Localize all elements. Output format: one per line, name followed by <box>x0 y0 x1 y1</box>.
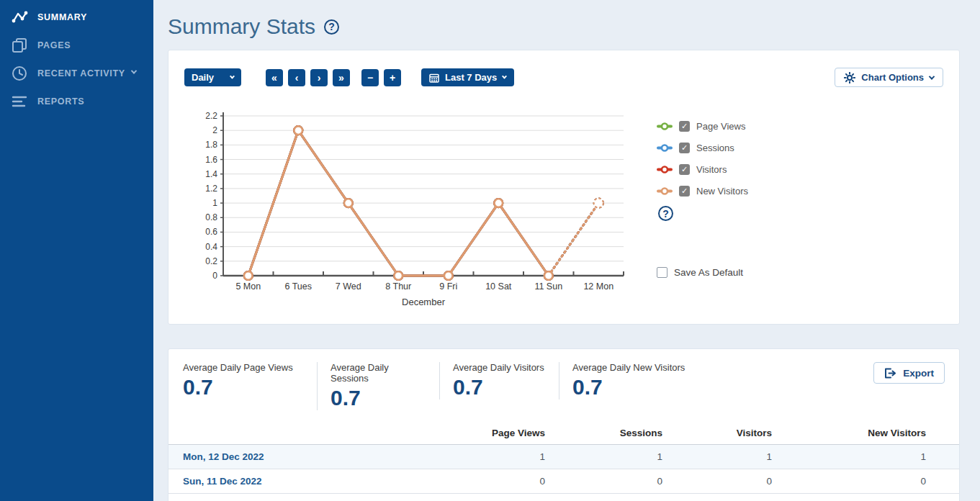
svg-text:2: 2 <box>212 125 217 135</box>
summary-line-chart: 00.20.40.60.811.21.41.61.822.25 Mon6 Tue… <box>184 104 639 315</box>
pulse-chart-icon <box>11 9 28 26</box>
stat-card-sessions: Average Daily Sessions 0.7 <box>317 362 439 410</box>
svg-text:0.8: 0.8 <box>205 212 217 222</box>
table-header-cell: New Visitors <box>772 428 926 438</box>
svg-text:1.8: 1.8 <box>205 140 217 150</box>
series-marker-icon <box>657 122 673 130</box>
stat-value: 0.7 <box>572 375 685 400</box>
clock-icon <box>11 65 28 82</box>
zoom-out-button[interactable]: − <box>361 69 379 86</box>
granularity-select[interactable]: Daily <box>184 68 241 86</box>
help-icon[interactable]: ? <box>324 19 339 35</box>
table-header-row: Page Views Sessions Visitors New Visitor… <box>168 422 959 445</box>
legend-label: Sessions <box>696 143 734 153</box>
table-cell: 1 <box>772 451 926 462</box>
page-title: Summary Stats <box>168 14 315 39</box>
chart-nav-group: « ‹ › » <box>266 69 350 86</box>
chart-help-icon[interactable]: ? <box>658 206 673 221</box>
legend-item-sessions: ✓ Sessions <box>657 140 748 155</box>
table-cell: 0 <box>662 476 772 487</box>
sidebar-item-reports[interactable]: REPORTS <box>0 87 153 115</box>
save-as-default: Save As Default <box>657 267 748 278</box>
legend-label: Visitors <box>696 164 727 175</box>
legend-item-page-views: ✓ Page Views <box>657 119 748 134</box>
export-button[interactable]: Export <box>873 362 945 384</box>
table-cell: 1 <box>545 451 662 462</box>
report-lines-icon <box>11 93 28 110</box>
svg-text:7 Wed: 7 Wed <box>336 281 361 292</box>
series-checkbox[interactable]: ✓ <box>679 121 690 132</box>
svg-text:12 Mon: 12 Mon <box>583 281 613 292</box>
nav-first-button[interactable]: « <box>266 69 283 86</box>
stat-card-new-visitors: Average Daily New Visitors 0.7 <box>559 362 699 400</box>
stats-cards-row: Average Daily Page Views 0.7 Average Dai… <box>168 362 959 422</box>
save-default-label: Save As Default <box>674 267 743 278</box>
svg-text:0: 0 <box>212 271 217 281</box>
svg-text:5 Mon: 5 Mon <box>235 281 261 292</box>
svg-text:0.2: 0.2 <box>205 256 217 266</box>
svg-text:1.6: 1.6 <box>205 155 217 165</box>
series-checkbox[interactable]: ✓ <box>679 143 690 153</box>
table-header-cell: Page Views <box>412 428 545 438</box>
table-row: Mon, 12 Dec 2022 1 1 1 1 <box>168 445 959 469</box>
date-range-button[interactable]: Last 7 Days <box>421 68 514 86</box>
legend-item-new-visitors: ✓ New Visitors <box>657 184 748 199</box>
app-window: SUMMARY PAGES RECENT ACTIVITY <box>0 0 980 501</box>
sidebar-item-recent-activity[interactable]: RECENT ACTIVITY <box>0 59 153 87</box>
main-content: Summary Stats ? Daily « ‹ › » − + <box>153 0 980 501</box>
chart-legend: ✓ Page Views ✓ Sessions <box>657 104 748 315</box>
export-icon <box>884 368 896 379</box>
sidebar-item-pages[interactable]: PAGES <box>0 31 153 59</box>
svg-text:6 Tues: 6 Tues <box>284 281 312 292</box>
legend-label: Page Views <box>696 121 745 132</box>
row-date-link[interactable]: Mon, 12 Dec 2022 <box>183 451 412 462</box>
page-header: Summary Stats ? <box>168 14 960 39</box>
legend-item-visitors: ✓ Visitors <box>657 162 748 177</box>
series-marker-icon <box>657 187 673 195</box>
svg-text:1.4: 1.4 <box>205 169 217 179</box>
chart-options-label: Chart Options <box>861 72 924 83</box>
chevron-down-icon <box>230 74 235 79</box>
svg-text:December: December <box>402 297 446 307</box>
table-cell: 1 <box>662 451 772 462</box>
chevron-down-icon <box>929 73 935 79</box>
sidebar-item-summary[interactable]: SUMMARY <box>0 3 153 31</box>
table-cell: 0 <box>772 476 926 487</box>
calendar-icon <box>429 73 439 83</box>
table-row: Sun, 11 Dec 2022 0 0 0 0 <box>168 469 959 494</box>
sidebar: SUMMARY PAGES RECENT ACTIVITY <box>0 0 153 501</box>
table-cell: 1 <box>412 451 545 462</box>
zoom-in-button[interactable]: + <box>384 69 401 86</box>
stats-panel: Average Daily Page Views 0.7 Average Dai… <box>168 348 960 501</box>
series-checkbox[interactable]: ✓ <box>679 186 690 197</box>
table-cell: 0 <box>545 476 662 487</box>
stat-value: 0.7 <box>183 375 302 400</box>
svg-text:8 Thur: 8 Thur <box>385 281 411 292</box>
row-date-link[interactable]: Sun, 11 Dec 2022 <box>183 476 412 487</box>
sidebar-item-label: RECENT ACTIVITY <box>37 68 125 78</box>
table-header-cell: Visitors <box>662 428 772 438</box>
table-cell: 0 <box>412 476 545 487</box>
series-checkbox[interactable]: ✓ <box>679 164 690 175</box>
chart-options-button[interactable]: Chart Options <box>835 68 943 87</box>
series-marker-icon <box>657 144 673 152</box>
svg-text:10 Sat: 10 Sat <box>485 281 512 292</box>
stat-label: Average Daily New Visitors <box>572 362 685 373</box>
legend-label: New Visitors <box>696 186 748 197</box>
svg-text:9 Fri: 9 Fri <box>439 281 457 292</box>
save-default-checkbox[interactable] <box>657 267 667 278</box>
sidebar-item-label: SUMMARY <box>37 12 87 22</box>
svg-text:2.2: 2.2 <box>205 111 217 121</box>
gear-icon <box>844 72 855 84</box>
chart-zoom-group: − + <box>361 69 401 86</box>
stat-label: Average Daily Page Views <box>183 362 302 373</box>
nav-prev-button[interactable]: ‹ <box>288 69 305 86</box>
chart-area: 00.20.40.60.811.21.41.61.822.25 Mon6 Tue… <box>184 104 943 315</box>
nav-last-button[interactable]: » <box>333 69 350 86</box>
stat-value: 0.7 <box>453 375 544 400</box>
series-marker-icon <box>657 166 673 173</box>
nav-next-button[interactable]: › <box>310 69 328 86</box>
stat-value: 0.7 <box>331 386 425 410</box>
export-label: Export <box>903 368 934 379</box>
granularity-value: Daily <box>192 72 214 83</box>
